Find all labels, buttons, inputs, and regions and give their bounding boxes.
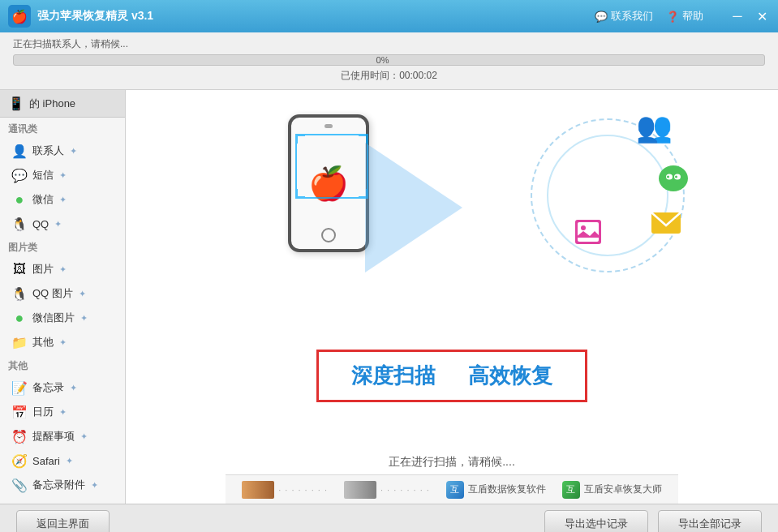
- phone-camera: [325, 124, 333, 128]
- notes-icon: 📝: [11, 380, 28, 396]
- promo-icon-1: 互: [446, 481, 464, 499]
- category-comms: 通讯类: [0, 118, 125, 139]
- data-circle-inner: [547, 135, 668, 256]
- promo-thumb-1: · · · · · · · ·: [242, 481, 328, 499]
- scan-text-box: 深度扫描 高效恢复: [316, 350, 587, 402]
- svg-text:🍎: 🍎: [11, 9, 28, 24]
- data-icon-photo: [575, 220, 601, 251]
- promo-label-1: 互盾数据恢复软件: [468, 483, 546, 496]
- promo-icon-2: 互: [562, 481, 580, 499]
- calendar-icon: 📅: [11, 404, 28, 420]
- sidebar-item-wechat-photos[interactable]: ● 微信图片✦: [0, 306, 125, 330]
- app-icon: 🍎: [8, 5, 31, 28]
- wechat-icon: ●: [11, 191, 28, 208]
- device-icon: 📱: [8, 96, 24, 111]
- sidebar-item-reminders[interactable]: ⏰ 提醒事项✦: [0, 424, 125, 448]
- sidebar-item-contacts[interactable]: 👤 联系人✦: [0, 139, 125, 163]
- scan-corner-bl: [295, 189, 305, 199]
- phone-home-button: [321, 228, 336, 242]
- wechat-att-icon: ●: [11, 501, 28, 504]
- data-icon-wechat: [658, 163, 689, 201]
- progress-percent: 0%: [376, 55, 389, 65]
- svg-point-10: [581, 225, 586, 230]
- back-button[interactable]: 返回主界面: [16, 510, 110, 533]
- category-other: 其他: [0, 354, 125, 375]
- promo-thumb-2: · · · · · · · ·: [344, 481, 430, 499]
- sidebar-item-photos[interactable]: 🖼 图片✦: [0, 257, 125, 281]
- app-title: 强力苹果恢复精灵 v3.1: [37, 9, 595, 24]
- scan-label: 正在扫描联系人，请稍候...: [13, 37, 765, 51]
- promo-label-2: 互盾安卓恢复大师: [584, 483, 662, 496]
- sidebar: 📱 的 iPhone 通讯类 👤 联系人✦ 💬 短信✦ ● 微信✦ 🐧 QQ✦ …: [0, 90, 126, 504]
- scan-area: 🍎 👥: [126, 90, 778, 447]
- promo-item-2[interactable]: 互 互盾安卓恢复大师: [562, 481, 662, 499]
- bottom-toolbar: 返回主界面 导出选中记录 导出全部记录: [0, 504, 778, 532]
- qq-photos-icon: 🐧: [11, 285, 28, 302]
- scan-corner-tl: [295, 134, 305, 144]
- sidebar-item-wechat-att[interactable]: ● 微信附件✦: [0, 497, 125, 504]
- sidebar-item-notes[interactable]: 📝 备忘录✦: [0, 375, 125, 400]
- export-selected-button[interactable]: 导出选中记录: [544, 510, 648, 533]
- contacts-icon: 👤: [11, 143, 28, 159]
- sidebar-item-qq[interactable]: 🐧 QQ✦: [0, 212, 125, 236]
- scan-beam: [365, 143, 462, 272]
- status-text: 正在进行扫描，请稍候....: [389, 447, 515, 474]
- reminders-icon: ⏰: [11, 428, 28, 444]
- data-icons: 👥: [518, 106, 697, 285]
- other-photos-icon: 📁: [11, 334, 28, 350]
- promo-image-2: [344, 481, 376, 499]
- progress-bar-wrap: 0%: [13, 54, 765, 66]
- sidebar-item-calendar[interactable]: 📅 日历✦: [0, 400, 125, 424]
- sms-icon: 💬: [11, 167, 28, 183]
- scan-title-2: 高效恢复: [468, 362, 552, 390]
- title-bar: 🍎 强力苹果恢复精灵 v3.1 💬 联系我们 ❓ 帮助 ─ ✕: [0, 0, 778, 32]
- qq-icon: 🐧: [11, 216, 28, 232]
- minimize-button[interactable]: ─: [729, 9, 746, 24]
- device-header: 📱 的 iPhone: [0, 90, 125, 118]
- title-actions: 💬 联系我们 ❓ 帮助 ─ ✕: [595, 9, 770, 24]
- photos-icon: 🖼: [11, 261, 28, 277]
- help-icon: ❓: [666, 11, 679, 23]
- backup-att-icon: 📎: [11, 477, 28, 493]
- sidebar-item-sms[interactable]: 💬 短信✦: [0, 163, 125, 187]
- svg-point-5: [667, 176, 669, 178]
- device-name: 的 iPhone: [29, 97, 75, 111]
- wechat-photos-icon: ●: [11, 310, 28, 326]
- data-icon-contacts: 👥: [636, 110, 673, 144]
- contact-us-button[interactable]: 💬 联系我们: [595, 9, 653, 24]
- svg-rect-9: [578, 222, 599, 242]
- window-controls: ─ ✕: [729, 9, 770, 24]
- main-layout: 📱 的 iPhone 通讯类 👤 联系人✦ 💬 短信✦ ● 微信✦ 🐧 QQ✦ …: [0, 90, 778, 504]
- category-photos: 图片类: [0, 236, 125, 257]
- progress-time: 已使用时间：00:00:02: [13, 69, 765, 83]
- phone-illustration: 🍎: [288, 114, 369, 252]
- safari-icon: 🧭: [11, 453, 28, 469]
- promo-item-1[interactable]: 互 互盾数据恢复软件: [446, 481, 546, 499]
- sidebar-item-qq-photos[interactable]: 🐧 QQ 图片✦: [0, 281, 125, 306]
- promo-image-1: [242, 481, 274, 499]
- close-button[interactable]: ✕: [754, 9, 770, 24]
- scan-frame: [295, 134, 368, 199]
- scan-title-1: 深度扫描: [351, 362, 436, 390]
- toolbar-right: 导出选中记录 导出全部记录: [544, 510, 762, 533]
- svg-point-6: [675, 176, 677, 178]
- promo-bar: · · · · · · · · · · · · · · · · 互 互盾数据恢复…: [226, 474, 678, 504]
- sidebar-item-safari[interactable]: 🧭 Safari✦: [0, 448, 125, 473]
- sidebar-item-backup-att[interactable]: 📎 备忘录附件✦: [0, 473, 125, 497]
- data-icon-mail: [651, 212, 681, 239]
- main-content: 🍎 👥: [126, 90, 778, 504]
- help-button[interactable]: ❓ 帮助: [666, 9, 703, 24]
- progress-section: 正在扫描联系人，请稍候... 0% 已使用时间：00:00:02: [0, 32, 778, 90]
- export-all-button[interactable]: 导出全部记录: [658, 510, 762, 533]
- sidebar-item-wechat[interactable]: ● 微信✦: [0, 187, 125, 212]
- phone-body: 🍎: [288, 114, 369, 252]
- sidebar-item-other-photos[interactable]: 📁 其他✦: [0, 330, 125, 354]
- svg-point-2: [659, 165, 688, 191]
- contact-icon: 💬: [595, 11, 608, 23]
